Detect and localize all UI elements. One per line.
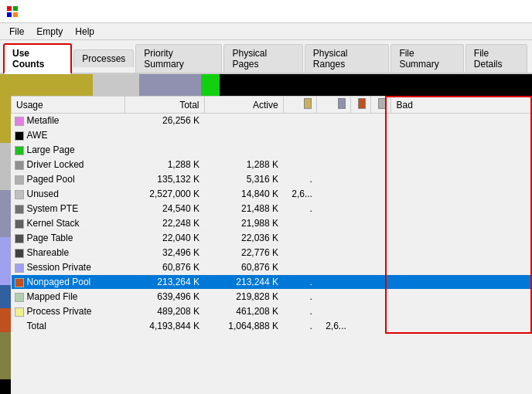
tab-physical-ranges[interactable]: Physical Ranges	[305, 44, 390, 73]
cell-value	[317, 172, 351, 187]
mem-seg-1	[93, 74, 139, 96]
cell-usage: Unused	[12, 187, 125, 202]
cell-usage: AWE	[12, 128, 125, 143]
tab-bar: Use Counts Processes Priority Summary Ph…	[0, 40, 532, 74]
cell-usage: Paged Pool	[12, 172, 125, 187]
cell-value: 213,244 K	[204, 275, 283, 290]
cell-value	[371, 319, 391, 334]
cell-value	[317, 187, 351, 202]
cell-usage: Session Private	[12, 260, 125, 275]
cell-value	[283, 114, 317, 128]
cell-value	[351, 128, 371, 143]
cell-value	[351, 275, 371, 290]
cell-value: 1,288 K	[125, 158, 204, 172]
cell-bad	[391, 143, 532, 158]
cell-value	[283, 231, 317, 246]
tab-file-summary[interactable]: File Summary	[390, 44, 463, 73]
cell-value	[371, 260, 391, 275]
col-usage: Usage	[12, 97, 125, 114]
cell-value	[283, 128, 317, 143]
cell-value: .	[283, 304, 317, 319]
table-row[interactable]: Page Table22,040 K22,036 K	[12, 231, 532, 246]
cell-value	[371, 187, 391, 202]
cell-usage: Process Private	[12, 304, 125, 319]
maximize-button[interactable]	[448, 0, 484, 23]
menu-file[interactable]: File	[3, 25, 30, 39]
cell-value	[283, 260, 317, 275]
cell-value: 14,840 K	[204, 187, 283, 202]
cell-bad	[391, 231, 532, 246]
col-total: Total	[125, 97, 204, 114]
cell-value: 2,6...	[283, 187, 317, 202]
tab-file-details[interactable]: File Details	[466, 44, 527, 73]
close-button[interactable]	[490, 0, 526, 23]
cell-value	[317, 260, 351, 275]
cell-value	[371, 216, 391, 231]
table-row[interactable]: Process Private489,208 K461,208 K.	[12, 304, 532, 319]
cell-usage: Nonpaged Pool	[12, 275, 125, 290]
cell-value	[351, 231, 371, 246]
usage-table: Usage Total Active	[11, 96, 532, 334]
table-row[interactable]: Metafile26,256 K	[12, 114, 532, 128]
cell-value: 22,040 K	[125, 231, 204, 246]
table-row[interactable]: Nonpaged Pool213,264 K213,244 K.	[12, 275, 532, 290]
cell-value: 135,132 K	[125, 172, 204, 187]
cell-value	[351, 202, 371, 216]
table-row[interactable]: Kernel Stack22,248 K21,988 K	[12, 216, 532, 231]
cell-usage: Metafile	[12, 114, 125, 128]
cell-value: 60,876 K	[125, 260, 204, 275]
table-row[interactable]: Session Private60,876 K60,876 K	[12, 260, 532, 275]
cell-value	[317, 275, 351, 290]
col-icon3	[351, 97, 371, 114]
tab-priority-summary[interactable]: Priority Summary	[135, 44, 222, 73]
cell-value	[371, 172, 391, 187]
cell-value: 489,208 K	[125, 304, 204, 319]
cell-bad	[391, 128, 532, 143]
table-area: Usage Total Active	[11, 96, 532, 334]
table-row[interactable]: Driver Locked1,288 K1,288 K	[12, 158, 532, 172]
tab-processes[interactable]: Processes	[73, 49, 134, 67]
cell-bad	[391, 187, 532, 202]
col-icon2	[317, 97, 351, 114]
cell-value: 22,776 K	[204, 246, 283, 260]
cell-value	[317, 143, 351, 158]
cell-value	[351, 260, 371, 275]
cell-value	[204, 128, 283, 143]
cell-value	[317, 290, 351, 304]
minimize-button[interactable]	[407, 0, 442, 23]
table-row[interactable]: Unused2,527,000 K14,840 K2,6...	[12, 187, 532, 202]
col-bad: Bad	[391, 97, 532, 114]
cell-value	[317, 231, 351, 246]
cell-bad	[391, 290, 532, 304]
table-row[interactable]: Paged Pool135,132 K5,316 K.	[12, 172, 532, 187]
cell-value: .	[283, 319, 317, 334]
table-wrapper: Usage Total Active	[0, 96, 532, 394]
cell-value	[125, 143, 204, 158]
cell-value: 2,527,000 K	[125, 187, 204, 202]
menu-help[interactable]: Help	[69, 25, 101, 39]
cell-value: 639,496 K	[125, 290, 204, 304]
cell-value: 1,064,888 K	[204, 319, 283, 334]
table-row[interactable]: System PTE24,540 K21,488 K.	[12, 202, 532, 216]
svg-rect-2	[7, 12, 12, 17]
cell-value	[204, 143, 283, 158]
menu-empty[interactable]: Empty	[30, 25, 69, 39]
tab-use-counts[interactable]: Use Counts	[3, 43, 72, 74]
table-row[interactable]: Shareable32,496 K22,776 K	[12, 246, 532, 260]
tab-physical-pages[interactable]: Physical Pages	[223, 44, 302, 73]
cell-value	[351, 319, 371, 334]
table-row[interactable]: Total4,193,844 K1,064,888 K.2,6...	[12, 319, 532, 334]
cell-usage: Driver Locked	[12, 158, 125, 172]
cell-bad	[391, 260, 532, 275]
table-row[interactable]: Mapped File639,496 K219,828 K.	[12, 290, 532, 304]
cell-value	[351, 114, 371, 128]
cell-value: 2,6...	[317, 319, 351, 334]
cell-value	[283, 158, 317, 172]
memory-bar	[0, 74, 532, 96]
cell-value	[317, 216, 351, 231]
table-row[interactable]: AWE	[12, 128, 532, 143]
table-row[interactable]: Large Page	[12, 143, 532, 158]
svg-rect-0	[7, 6, 12, 11]
cell-value	[371, 128, 391, 143]
cell-bad	[391, 319, 532, 334]
